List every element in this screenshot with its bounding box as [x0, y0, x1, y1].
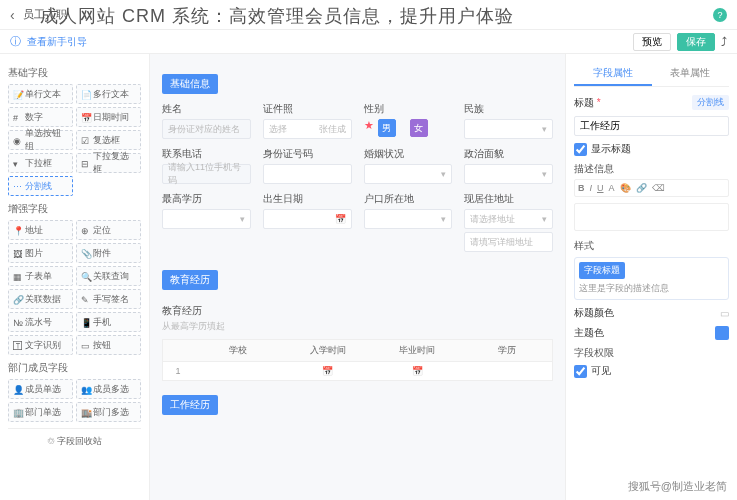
- radio-female[interactable]: 女: [410, 119, 428, 137]
- label-edu: 最高学历: [162, 192, 251, 206]
- title-color-label: 标题颜色: [574, 306, 614, 320]
- share-icon[interactable]: ⤴: [721, 35, 727, 49]
- field-relation-data[interactable]: 🔗关联数据: [8, 289, 73, 309]
- basic-fields-title: 基础字段: [8, 66, 141, 80]
- label-name: 姓名: [162, 102, 251, 116]
- label-marriage: 婚姻状况: [364, 147, 453, 161]
- font-icon[interactable]: A: [609, 183, 615, 193]
- edu-table-sub: 从最高学历填起: [162, 320, 553, 333]
- show-title-checkbox[interactable]: 显示标题: [574, 142, 729, 156]
- table-row[interactable]: 1 📅 📅: [163, 362, 552, 380]
- dept-fields-title: 部门成员字段: [8, 361, 141, 375]
- field-subform[interactable]: ▦子表单: [8, 266, 73, 286]
- field-serial[interactable]: №流水号: [8, 312, 73, 332]
- label-hukou: 户口所在地: [364, 192, 453, 206]
- field-checkbox[interactable]: ☑复选框: [76, 130, 141, 150]
- hint-text[interactable]: 查看新手引导: [27, 35, 87, 49]
- field-multi-text[interactable]: 📄多行文本: [76, 84, 141, 104]
- field-mobile[interactable]: 📱手机: [76, 312, 141, 332]
- field-select[interactable]: ▾下拉框: [8, 153, 73, 173]
- field-dept-multi[interactable]: 🏬部门多选: [76, 402, 141, 422]
- input-marriage[interactable]: ▾: [364, 164, 453, 184]
- field-number[interactable]: #数字: [8, 107, 73, 127]
- section-work[interactable]: 工作经历: [162, 395, 218, 415]
- input-phone[interactable]: 请输入11位手机号码: [162, 164, 251, 184]
- label-gender: 性别: [364, 102, 453, 116]
- property-panel: 字段属性 表单属性 标题 * 分割线 显示标题 描述信息 B I U A 🎨 🔗…: [565, 54, 737, 500]
- field-member-multi[interactable]: 👥成员多选: [76, 379, 141, 399]
- label-addr: 现居住地址: [464, 192, 553, 206]
- field-relation-query[interactable]: 🔍关联查询: [76, 266, 141, 286]
- input-birth[interactable]: 📅: [263, 209, 352, 229]
- label-idnum: 身份证号码: [263, 147, 352, 161]
- color-icon[interactable]: 🎨: [620, 183, 631, 193]
- field-member-single[interactable]: 👤成员单选: [8, 379, 73, 399]
- input-cert[interactable]: 选择张佳成: [263, 119, 352, 139]
- enhance-fields-title: 增强字段: [8, 202, 141, 216]
- perm-label: 字段权限: [574, 346, 729, 360]
- edu-table-title: 教育经历: [162, 304, 553, 318]
- italic-icon[interactable]: I: [590, 183, 593, 193]
- clear-icon[interactable]: ⌫: [652, 183, 665, 193]
- field-signature[interactable]: ✎手写签名: [76, 289, 141, 309]
- field-single-text[interactable]: 📝单行文本: [8, 84, 73, 104]
- field-ocr[interactable]: 🅃文字识别: [8, 335, 73, 355]
- input-nation[interactable]: ▾: [464, 119, 553, 139]
- theme-color-label: 主题色: [574, 326, 604, 340]
- preview-button[interactable]: 预览: [633, 33, 671, 51]
- field-multiselect[interactable]: ⊟下拉复选框: [76, 153, 141, 173]
- desc-label: 描述信息: [574, 162, 729, 176]
- label-phone: 联系电话: [162, 147, 251, 161]
- input-politics[interactable]: ▾: [464, 164, 553, 184]
- field-button[interactable]: ▭按钮: [76, 335, 141, 355]
- input-addr1[interactable]: 请选择地址▾: [464, 209, 553, 229]
- star-icon: ★: [364, 119, 374, 137]
- field-address[interactable]: 📍地址: [8, 220, 73, 240]
- field-dept-single[interactable]: 🏢部门单选: [8, 402, 73, 422]
- input-name[interactable]: 身份证对应的姓名: [162, 119, 251, 139]
- field-recycle-bin[interactable]: ♲ 字段回收站: [8, 428, 141, 454]
- form-canvas: 基础信息 姓名身份证对应的姓名 证件照选择张佳成 性别★男女 民族▾ 联系电话请…: [150, 54, 565, 500]
- rich-text-toolbar[interactable]: B I U A 🎨 🔗 ⌫: [574, 179, 729, 197]
- style-label: 样式: [574, 239, 729, 253]
- desc-input[interactable]: [574, 203, 729, 231]
- back-chevron-icon[interactable]: ‹: [10, 7, 15, 23]
- bold-icon[interactable]: B: [578, 183, 585, 193]
- info-icon: ⓘ: [10, 34, 21, 49]
- label-cert: 证件照: [263, 102, 352, 116]
- theme-color-picker[interactable]: [715, 326, 729, 340]
- radio-male[interactable]: 男: [378, 119, 396, 137]
- divider-tag[interactable]: 分割线: [692, 95, 729, 110]
- tab-field-props[interactable]: 字段属性: [574, 62, 652, 86]
- section-education[interactable]: 教育经历: [162, 270, 218, 290]
- input-edu[interactable]: ▾: [162, 209, 251, 229]
- tab-form-props[interactable]: 表单属性: [652, 62, 730, 86]
- field-datetime[interactable]: 📅日期时间: [76, 107, 141, 127]
- overlay-title: 成人网站 CRM 系统：高效管理会员信息，提升用户体验: [40, 4, 514, 28]
- field-divider[interactable]: ⋯分割线: [8, 176, 73, 196]
- calendar-icon[interactable]: 📅: [412, 366, 423, 376]
- input-addr2[interactable]: 请填写详细地址: [464, 232, 553, 252]
- style-preview[interactable]: 字段标题 这里是字段的描述信息: [574, 257, 729, 300]
- field-radio[interactable]: ◉单选按钮组: [8, 130, 73, 150]
- field-attachment[interactable]: 📎附件: [76, 243, 141, 263]
- calendar-icon: 📅: [335, 214, 346, 224]
- calendar-icon[interactable]: 📅: [322, 366, 333, 376]
- section-basic-info[interactable]: 基础信息: [162, 74, 218, 94]
- underline-icon[interactable]: U: [597, 183, 604, 193]
- label-birth: 出生日期: [263, 192, 352, 206]
- field-location[interactable]: ⊕定位: [76, 220, 141, 240]
- field-image[interactable]: 🖼图片: [8, 243, 73, 263]
- prop-title-label: 标题: [574, 97, 594, 108]
- title-input[interactable]: [574, 116, 729, 136]
- visible-checkbox[interactable]: 可见: [574, 364, 729, 378]
- save-button[interactable]: 保存: [677, 33, 715, 51]
- watermark: 搜狐号@制造业老简: [628, 479, 727, 494]
- title-color-picker[interactable]: ▭: [720, 308, 729, 319]
- help-icon[interactable]: ?: [713, 8, 727, 22]
- field-palette: 基础字段 📝单行文本 📄多行文本 #数字 📅日期时间 ◉单选按钮组 ☑复选框 ▾…: [0, 54, 150, 500]
- input-idnum[interactable]: [263, 164, 352, 184]
- link-icon[interactable]: 🔗: [636, 183, 647, 193]
- edu-table[interactable]: 学校 入学时间 毕业时间 学历 1 📅 📅: [162, 339, 553, 381]
- input-hukou[interactable]: ▾: [364, 209, 453, 229]
